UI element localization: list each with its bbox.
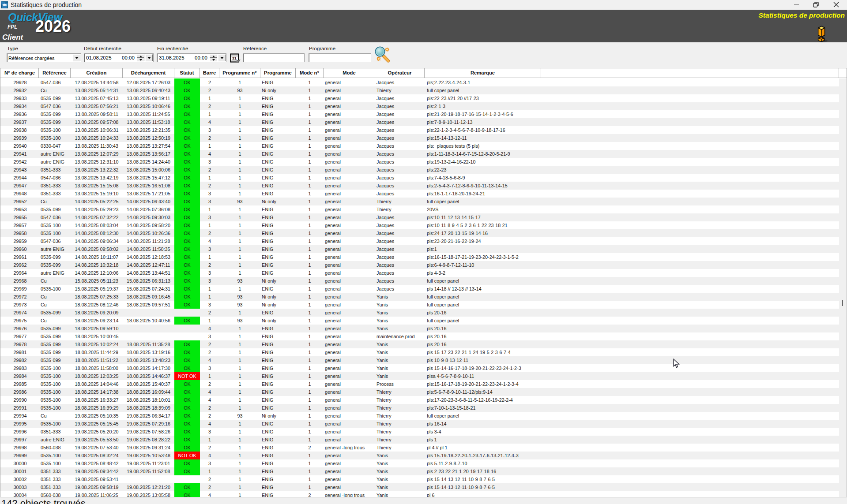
- svg-text:31: 31: [232, 56, 237, 60]
